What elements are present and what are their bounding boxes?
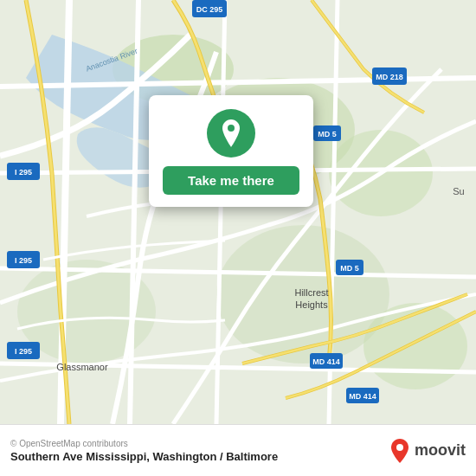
moovit-pin-icon [389,438,411,464]
hillcrest-label-2: Heights [295,299,328,310]
i295-label-3: I 295 [15,347,32,356]
dc295-label: DC 295 [196,5,223,14]
svg-point-25 [228,125,235,132]
copyright-text: © OpenStreetMap contributors [10,439,278,448]
moovit-logo[interactable]: moovit [389,438,466,464]
i295-label-1: I 295 [15,168,32,177]
suitland-label: Su [453,186,464,196]
svg-point-26 [396,444,403,451]
bottom-left: © OpenStreetMap contributors Southern Av… [10,439,278,463]
hillcrest-label: Hillcrest [294,287,328,298]
md414-label-2: MD 414 [349,392,376,401]
bottom-bar: © OpenStreetMap contributors Southern Av… [0,424,476,476]
i295-label-2: I 295 [15,256,32,265]
popup-icon-circle [207,109,255,158]
take-me-there-button[interactable]: Take me there [163,166,299,195]
popup-card: Take me there [149,95,313,207]
moovit-brand-label: moovit [415,441,466,460]
glassmanor-label: Glassmanor [56,362,108,372]
map-container: DC 295 MD 218 MD 5 MD 5 MD 414 MD 414 I … [0,0,476,424]
location-text: Southern Ave Mississippi, Washington / B… [10,450,278,463]
map-pin-icon [219,119,243,147]
md414-label-1: MD 414 [312,357,340,366]
md5-label-2: MD 5 [340,264,359,273]
md218-label: MD 218 [376,73,403,81]
map-background: DC 295 MD 218 MD 5 MD 5 MD 414 MD 414 I … [0,0,476,424]
md5-label-1: MD 5 [318,130,337,138]
